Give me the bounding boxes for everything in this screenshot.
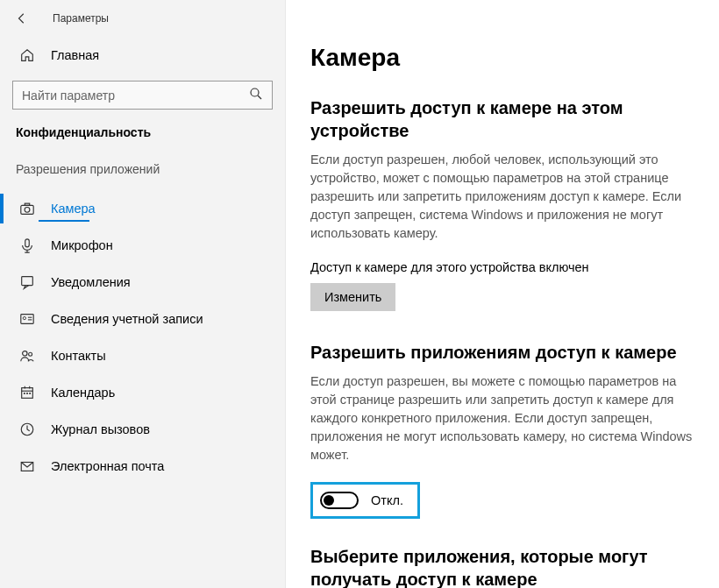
section3-title: Выберите приложения, которые могут получ… — [310, 545, 694, 588]
nav-home[interactable]: Главная — [0, 35, 285, 75]
change-button[interactable]: Изменить — [310, 283, 395, 311]
sidebar-item-contacts[interactable]: Контакты — [0, 337, 285, 374]
microphone-icon — [19, 237, 35, 253]
svg-rect-17 — [24, 393, 25, 394]
sidebar-item-call-history[interactable]: Журнал вызовов — [0, 411, 285, 448]
sidebar-item-notifications[interactable]: Уведомления — [0, 264, 285, 301]
sidebar-item-label: Календарь — [51, 386, 115, 400]
sidebar-item-label: Камера — [51, 202, 96, 216]
sidebar: Параметры Главная Конфиденциальность Раз… — [0, 0, 286, 588]
home-icon — [19, 47, 35, 63]
search-box[interactable] — [12, 81, 273, 110]
sidebar-item-label: Электронная почта — [51, 459, 164, 473]
titlebar: Параметры — [0, 0, 285, 35]
svg-rect-5 — [25, 239, 30, 247]
svg-point-0 — [251, 89, 259, 96]
nav-list: Камера Микрофон Уведомления Сведения уче… — [0, 190, 285, 485]
svg-rect-4 — [25, 203, 29, 205]
sidebar-item-label: Журнал вызовов — [51, 422, 150, 436]
apps-access-toggle-highlight: Откл. — [310, 482, 420, 519]
svg-point-12 — [29, 352, 32, 356]
section1-title: Разрешить доступ к камере на этом устрой… — [310, 96, 694, 142]
search-input[interactable] — [22, 89, 249, 103]
back-arrow-icon[interactable] — [16, 12, 28, 25]
device-access-status: Доступ к камере для этого устройства вкл… — [310, 260, 694, 274]
sidebar-item-email[interactable]: Электронная почта — [0, 448, 285, 485]
svg-rect-6 — [22, 277, 33, 286]
section1-desc: Если доступ разрешен, любой человек, исп… — [310, 151, 694, 243]
search-icon — [249, 87, 263, 104]
svg-point-8 — [23, 316, 25, 319]
sidebar-item-calendar[interactable]: Календарь — [0, 374, 285, 411]
search-container — [12, 81, 273, 110]
email-icon — [19, 458, 35, 474]
sidebar-item-label: Микрофон — [51, 238, 113, 252]
nav-home-label: Главная — [51, 48, 99, 62]
toggle-knob — [324, 495, 334, 506]
page-title: Камера — [310, 44, 694, 72]
sidebar-item-camera[interactable]: Камера — [0, 190, 285, 227]
contacts-icon — [19, 348, 35, 364]
svg-rect-19 — [29, 393, 31, 394]
sidebar-item-account-info[interactable]: Сведения учетной записи — [0, 301, 285, 337]
camera-icon — [19, 201, 35, 216]
notifications-icon — [19, 274, 35, 290]
sidebar-item-microphone[interactable]: Микрофон — [0, 227, 285, 264]
svg-rect-18 — [26, 393, 28, 394]
account-info-icon — [19, 311, 35, 327]
apps-access-toggle[interactable] — [320, 492, 359, 509]
svg-line-1 — [258, 96, 261, 99]
sidebar-item-label: Контакты — [51, 349, 106, 363]
toggle-state-label: Откл. — [371, 493, 403, 507]
sidebar-item-label: Уведомления — [51, 275, 131, 289]
svg-point-3 — [25, 207, 30, 212]
svg-rect-7 — [21, 315, 33, 324]
calendar-icon — [19, 385, 35, 400]
svg-point-11 — [23, 351, 27, 356]
window-title: Параметры — [53, 12, 109, 25]
main-content: Камера Разрешить доступ к камере на этом… — [286, 0, 719, 588]
sidebar-item-label: Сведения учетной записи — [51, 312, 203, 326]
call-history-icon — [19, 422, 35, 437]
svg-rect-2 — [21, 205, 33, 214]
category-label: Конфиденциальность — [0, 125, 285, 162]
section2-desc: Если доступ разрешен, вы можете с помощь… — [310, 372, 694, 464]
section2-title: Разрешить приложениям доступ к камере — [310, 341, 694, 364]
subheader-label: Разрешения приложений — [0, 162, 285, 190]
